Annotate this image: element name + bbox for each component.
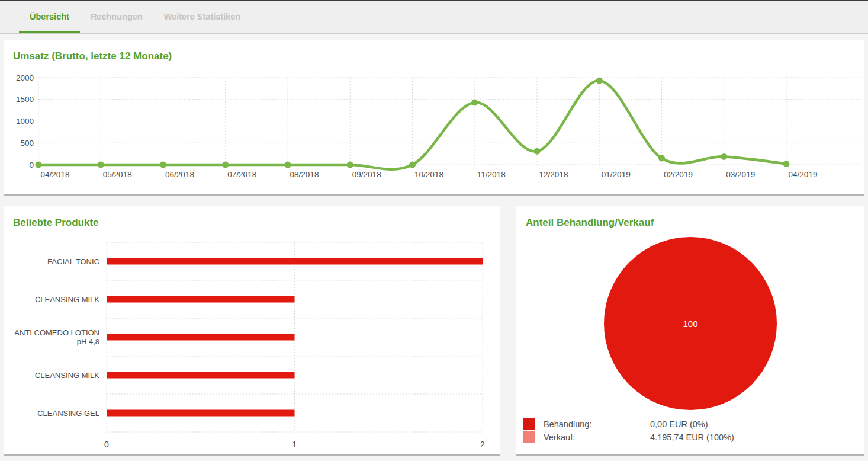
umsatz-panel: Umsatz (Brutto, letzte 12 Monate) 050010… — [4, 40, 864, 196]
svg-text:08/2018: 08/2018 — [290, 170, 319, 179]
svg-text:FACIAL TONIC: FACIAL TONIC — [47, 257, 99, 266]
svg-text:02/2019: 02/2019 — [664, 170, 693, 179]
data-point[interactable] — [658, 155, 665, 161]
category-labels: FACIAL TONICCLEANSING MILKANTI COMEDO LO… — [14, 257, 99, 418]
svg-text:11/2018: 11/2018 — [477, 170, 506, 179]
svg-text:01/2019: 01/2019 — [602, 170, 631, 179]
svg-text:1000: 1000 — [16, 117, 34, 126]
data-point[interactable] — [596, 78, 603, 84]
bar[interactable] — [107, 258, 483, 265]
svg-text:04/2018: 04/2018 — [41, 170, 70, 179]
anteil-title: Anteil Behandlung/Verkauf — [516, 206, 864, 229]
svg-text:1500: 1500 — [16, 95, 34, 104]
anteil-panel: Anteil Behandlung/Verkauf 100 Behandlung… — [516, 206, 864, 456]
data-point[interactable] — [347, 162, 353, 168]
y-axis-labels: 0500100015002000 — [16, 73, 34, 169]
svg-text:CLEANSING MILK: CLEANSING MILK — [35, 371, 99, 380]
svg-text:12/2018: 12/2018 — [539, 170, 568, 179]
svg-text:05/2018: 05/2018 — [103, 170, 132, 179]
tab-uebersicht[interactable]: Übersicht — [19, 1, 80, 33]
svg-text:07/2018: 07/2018 — [227, 170, 256, 179]
data-point[interactable] — [721, 153, 727, 160]
data-point[interactable] — [783, 161, 790, 167]
bar[interactable] — [107, 410, 295, 417]
pie-legend: Behandlung: 0,00 EUR (0%) Verkauf: 4.195… — [523, 418, 734, 443]
data-point[interactable] — [222, 162, 229, 168]
statistics-dashboard: { "tabs": [ { "label": "Übersicht", "act… — [0, 0, 868, 461]
data-point[interactable] — [160, 162, 166, 168]
produkte-bar-chart[interactable]: FACIAL TONICCLEANSING MILKANTI COMEDO LO… — [4, 236, 500, 456]
svg-text:2: 2 — [480, 440, 485, 449]
svg-text:CLEANSING GEL: CLEANSING GEL — [37, 409, 99, 418]
svg-text:10/2018: 10/2018 — [414, 170, 443, 179]
svg-text:09/2018: 09/2018 — [352, 170, 381, 179]
legend-value-verkauf: 4.195,74 EUR (100%) — [650, 433, 734, 442]
data-point[interactable] — [471, 99, 478, 105]
pie-slice-label: 100 — [683, 319, 697, 329]
svg-text:0: 0 — [29, 161, 34, 169]
beliebte-produkte-panel: Beliebte Produkte FACIAL TONICCLEANSING … — [4, 206, 500, 456]
bar[interactable] — [107, 296, 295, 303]
data-point[interactable] — [285, 162, 291, 168]
svg-text:1: 1 — [292, 440, 297, 449]
legend-swatch-verkauf — [523, 431, 535, 443]
umsatz-series-line — [38, 81, 786, 169]
svg-text:2000: 2000 — [16, 73, 34, 82]
beliebte-produkte-title: Beliebte Produkte — [4, 206, 500, 229]
svg-text:0: 0 — [104, 440, 109, 449]
svg-text:pH 4,8: pH 4,8 — [77, 337, 99, 346]
bar-x-axis-labels: 012 — [104, 440, 485, 449]
tab-bar: Übersicht Rechnungen Weitere Statistiken — [0, 0, 868, 34]
data-point[interactable] — [409, 162, 416, 168]
bar[interactable] — [107, 334, 295, 341]
svg-text:04/2019: 04/2019 — [789, 170, 818, 179]
umsatz-line-chart[interactable]: 050010001500200004/201805/201806/201807/… — [4, 68, 864, 187]
umsatz-title: Umsatz (Brutto, letzte 12 Monate) — [4, 40, 864, 62]
legend-label-behandlung: Behandlung: — [544, 420, 642, 429]
svg-text:06/2018: 06/2018 — [165, 170, 194, 179]
legend-swatch-behandlung — [523, 418, 535, 430]
data-point[interactable] — [534, 148, 541, 155]
anteil-pie-chart[interactable]: 100 — [604, 237, 777, 410]
data-point[interactable] — [36, 162, 42, 168]
svg-text:03/2019: 03/2019 — [726, 170, 755, 179]
x-axis-labels: 04/201805/201806/201807/201808/201809/20… — [41, 170, 818, 179]
data-point[interactable] — [98, 162, 104, 168]
svg-text:ANTI COMEDO LOTION: ANTI COMEDO LOTION — [14, 328, 99, 337]
tab-weitere-statistiken[interactable]: Weitere Statistiken — [153, 1, 251, 33]
svg-text:CLEANSING MILK: CLEANSING MILK — [35, 295, 99, 304]
legend-label-verkauf: Verkauf: — [544, 433, 642, 442]
bar[interactable] — [107, 372, 295, 379]
legend-value-behandlung: 0,00 EUR (0%) — [650, 420, 734, 429]
svg-text:500: 500 — [20, 139, 34, 148]
tab-rechnungen[interactable]: Rechnungen — [80, 1, 153, 33]
